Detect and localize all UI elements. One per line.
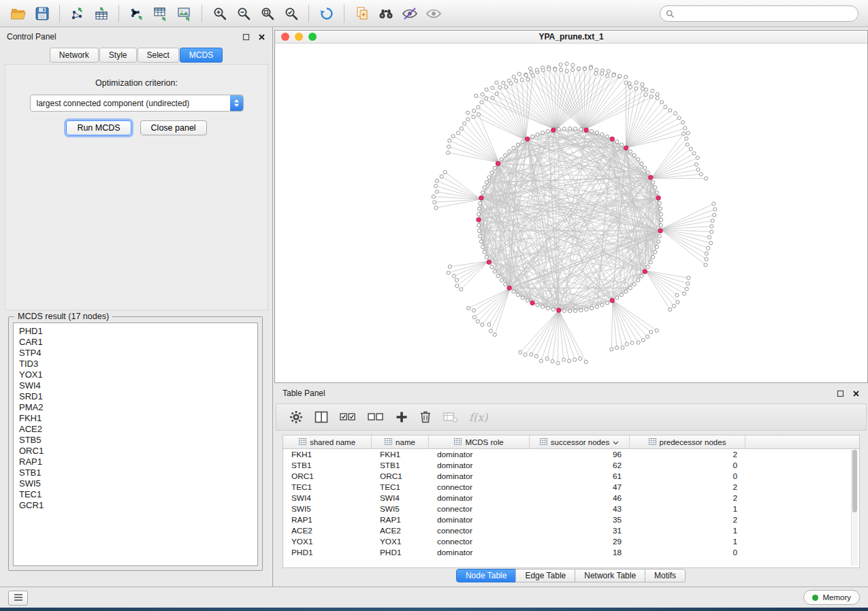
delete-rows-icon[interactable] — [419, 410, 432, 425]
window-zoom-icon[interactable] — [308, 33, 317, 41]
table-row[interactable]: TEC1TEC1connector472 — [283, 482, 859, 493]
table-row[interactable]: PHD1PHD1dominator180 — [283, 547, 859, 558]
table-cell: dominator — [429, 548, 530, 557]
select-all-icon[interactable] — [339, 410, 357, 425]
tab-motifs[interactable]: Motifs — [645, 569, 686, 582]
table-row[interactable]: STB1STB1dominator620 — [283, 460, 859, 471]
zoom-fit-icon — [260, 6, 275, 21]
mcds-result-item[interactable]: SWI4 — [19, 380, 257, 391]
table-row[interactable]: FKH1FKH1dominator962 — [283, 449, 859, 460]
float-table-panel-icon[interactable] — [836, 389, 844, 397]
close-panel-icon[interactable] — [257, 33, 266, 41]
table-cell: TEC1 — [372, 482, 429, 492]
export-image-button[interactable] — [173, 3, 195, 24]
tab-edge-table[interactable]: Edge Table — [515, 569, 575, 582]
column-header-predecessor-nodes[interactable]: predecessor nodes — [630, 435, 745, 448]
search-input[interactable] — [660, 5, 858, 22]
table-cell: 0 — [630, 548, 745, 557]
tab-mcds[interactable]: MCDS — [180, 48, 223, 63]
import-network-button[interactable] — [66, 3, 89, 24]
table-cell: PHD1 — [283, 548, 372, 557]
mcds-result-item[interactable]: GCR1 — [19, 500, 257, 511]
column-header-successor-nodes[interactable]: successor nodes — [530, 435, 630, 448]
show-all-button[interactable] — [422, 3, 445, 24]
zoom-fit-button[interactable] — [256, 3, 278, 24]
network-window-titlebar[interactable]: YPA_prune.txt_1 — [275, 31, 867, 44]
show-columns-icon[interactable] — [314, 410, 329, 425]
tab-node-table[interactable]: Node Table — [456, 569, 517, 582]
optimization-criterion-select[interactable]: largest connected component (undirected) — [30, 95, 244, 112]
table-row[interactable]: SWI4SWI4dominator462 — [283, 493, 859, 503]
table-row[interactable]: YOX1YOX1connector291 — [283, 536, 859, 547]
mcds-result-item[interactable]: PHD1 — [19, 326, 257, 337]
mcds-result-item[interactable]: STP4 — [19, 348, 257, 359]
mcds-result-item[interactable]: ORC1 — [19, 446, 257, 457]
close-panel-button[interactable]: Close panel — [140, 120, 207, 135]
table-cell: 1 — [630, 504, 745, 514]
column-grid-icon — [454, 438, 462, 446]
window-minimize-icon[interactable] — [295, 33, 303, 41]
toolbar-separator — [308, 5, 309, 22]
hide-selection-button[interactable] — [398, 3, 421, 24]
tab-network[interactable]: Network — [50, 48, 99, 63]
duplicate-network-button[interactable] — [351, 3, 373, 24]
mcds-result-item[interactable]: SRD1 — [19, 391, 257, 402]
column-header-shared-name[interactable]: shared name — [283, 435, 372, 448]
toolbar-separator — [202, 5, 202, 22]
tab-select[interactable]: Select — [138, 48, 179, 63]
zoom-selected-button[interactable] — [280, 3, 302, 24]
mcds-result-title: MCDS result (17 nodes) — [14, 312, 112, 321]
table-cell: SWI4 — [372, 493, 429, 503]
save-session-button[interactable] — [31, 3, 53, 24]
zoom-out-button[interactable] — [232, 3, 255, 24]
export-table-button[interactable] — [149, 3, 172, 24]
mcds-result-item[interactable]: STB5 — [19, 435, 257, 446]
search-box — [660, 5, 858, 22]
mcds-result-item[interactable]: YOX1 — [19, 369, 257, 380]
table-row[interactable]: RAP1RAP1dominator352 — [283, 514, 859, 525]
table-cell: 31 — [530, 526, 630, 535]
network-title: YPA_prune.txt_1 — [539, 32, 603, 42]
mcds-result-item[interactable]: FKH1 — [19, 413, 257, 424]
table-cell: 2 — [630, 515, 745, 525]
open-file-button[interactable] — [7, 3, 29, 24]
table-settings-icon[interactable] — [289, 410, 304, 425]
window-close-icon[interactable] — [281, 33, 289, 41]
unselect-all-icon[interactable] — [367, 410, 385, 425]
table-row[interactable]: ORC1ORC1dominator610 — [283, 471, 859, 482]
table-row[interactable]: ACE2ACE2connector311 — [283, 525, 859, 536]
scrollbar-thumb[interactable] — [852, 450, 857, 512]
mcds-result-item[interactable]: CAR1 — [19, 337, 257, 348]
float-panel-icon[interactable] — [242, 33, 250, 41]
mcds-result-item[interactable]: TEC1 — [19, 489, 257, 500]
mcds-result-item[interactable]: RAP1 — [19, 457, 257, 467]
network-canvas[interactable] — [275, 43, 867, 382]
mcds-result-list[interactable]: PHD1CAR1STP4TID3YOX1SWI4SRD1PMA2FKH1ACE2… — [13, 323, 258, 566]
table-cell: 0 — [630, 461, 745, 470]
import-table-button[interactable] — [90, 3, 112, 24]
memory-button[interactable]: Memory — [803, 590, 860, 605]
run-mcds-button[interactable]: Run MCDS — [66, 120, 131, 135]
mcds-result-item[interactable]: PMA2 — [19, 402, 257, 413]
column-header-MCDS-role[interactable]: MCDS role — [429, 435, 530, 448]
mcds-result-item[interactable]: STB1 — [19, 467, 257, 478]
add-row-icon[interactable] — [395, 410, 408, 424]
table-row[interactable]: SWI5SWI5connector431 — [283, 503, 859, 514]
close-table-panel-icon[interactable] — [852, 389, 860, 397]
table-cell: 2 — [630, 450, 745, 459]
zoom-in-button[interactable] — [208, 3, 231, 24]
mcds-result-item[interactable]: ACE2 — [19, 424, 257, 435]
control-panel-header: Control Panel — [0, 27, 272, 46]
export-network-button[interactable] — [125, 3, 148, 24]
show-panels-button[interactable] — [8, 591, 28, 606]
column-header-name[interactable]: name — [372, 435, 429, 448]
tab-style[interactable]: Style — [99, 48, 137, 63]
find-button[interactable] — [374, 3, 397, 24]
mcds-result-item[interactable]: SWI5 — [19, 478, 257, 489]
mcds-result-item[interactable]: TID3 — [19, 359, 257, 369]
tab-network-table[interactable]: Network Table — [575, 569, 645, 582]
refresh-view-button[interactable] — [315, 3, 338, 24]
column-grid-icon — [649, 438, 656, 446]
table-scrollbar[interactable] — [851, 450, 858, 565]
export-table-icon — [152, 6, 169, 21]
